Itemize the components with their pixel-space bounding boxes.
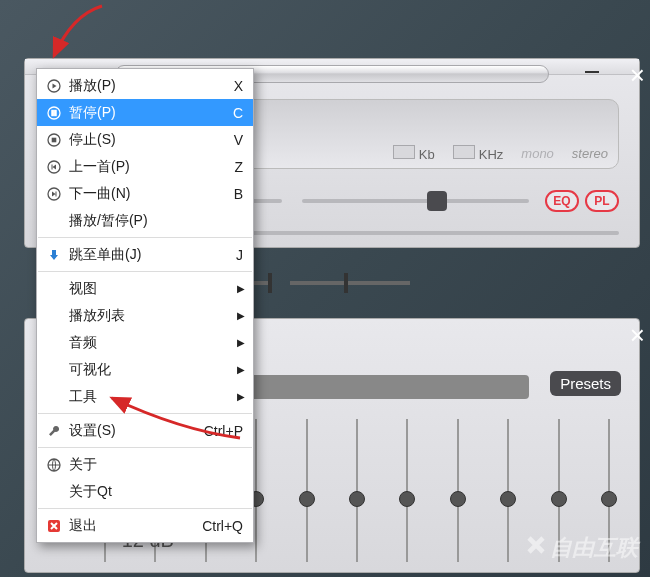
menu-item-label: 播放/暂停(P) bbox=[65, 212, 243, 230]
menu-item-label: 停止(S) bbox=[65, 131, 224, 149]
menu-separator bbox=[38, 271, 252, 272]
submenu-arrow-icon: ▶ bbox=[237, 310, 245, 321]
svg-rect-5 bbox=[52, 137, 57, 142]
menu-item-1[interactable]: 暂停(P)C bbox=[37, 99, 253, 126]
menu-item-0[interactable]: 播放(P)X bbox=[37, 72, 253, 99]
eq-close-button[interactable]: × bbox=[630, 320, 645, 351]
eq-band-7[interactable] bbox=[448, 419, 468, 562]
mono-indicator: mono bbox=[521, 146, 554, 161]
menu-item-label: 可视化 bbox=[65, 361, 243, 379]
menu-item-5[interactable]: 播放/暂停(P) bbox=[37, 207, 253, 234]
svg-rect-3 bbox=[55, 110, 57, 115]
menu-item-label: 设置(S) bbox=[65, 422, 194, 440]
menu-item-10[interactable]: 播放列表▶ bbox=[37, 302, 253, 329]
pause-icon bbox=[43, 106, 65, 120]
menu-separator bbox=[38, 508, 252, 509]
menu-item-label: 退出 bbox=[65, 517, 192, 535]
minimize-button[interactable] bbox=[585, 71, 599, 73]
menu-item-label: 播放(P) bbox=[65, 77, 224, 95]
menu-item-label: 关于Qt bbox=[65, 483, 243, 501]
submenu-arrow-icon: ▶ bbox=[237, 283, 245, 294]
menu-item-20[interactable]: 退出Ctrl+Q bbox=[37, 512, 253, 539]
menu-separator bbox=[38, 447, 252, 448]
submenu-arrow-icon: ▶ bbox=[237, 337, 245, 348]
menu-item-label: 播放列表 bbox=[65, 307, 243, 325]
eq-band-5[interactable] bbox=[347, 419, 367, 562]
menu-item-label: 视图 bbox=[65, 280, 243, 298]
watermark: 自由互联 bbox=[522, 531, 638, 563]
menu-separator bbox=[38, 237, 252, 238]
menu-item-15[interactable]: 设置(S)Ctrl+P bbox=[37, 417, 253, 444]
khz-meter: KHz bbox=[453, 145, 504, 162]
menu-item-17[interactable]: 关于 bbox=[37, 451, 253, 478]
eq-band-6[interactable] bbox=[397, 419, 417, 562]
menu-item-9[interactable]: 视图▶ bbox=[37, 275, 253, 302]
menu-item-12[interactable]: 可视化▶ bbox=[37, 356, 253, 383]
submenu-arrow-icon: ▶ bbox=[237, 391, 245, 402]
stop-icon bbox=[43, 133, 65, 147]
menu-item-shortcut: J bbox=[226, 247, 243, 263]
menu-item-shortcut: B bbox=[224, 186, 243, 202]
menu-item-shortcut: X bbox=[224, 78, 243, 94]
menu-item-shortcut: Ctrl+Q bbox=[192, 518, 243, 534]
menu-item-label: 跳至单曲(J) bbox=[65, 246, 226, 264]
menu-item-label: 上一首(P) bbox=[65, 158, 224, 176]
menu-item-13[interactable]: 工具▶ bbox=[37, 383, 253, 410]
close-button[interactable]: × bbox=[630, 60, 645, 91]
wrench-icon bbox=[43, 424, 65, 438]
meters: Kb KHz mono stereo bbox=[393, 145, 608, 162]
stereo-indicator: stereo bbox=[572, 146, 608, 161]
kb-meter: Kb bbox=[393, 145, 435, 162]
jump-icon bbox=[43, 248, 65, 262]
volume-slider[interactable] bbox=[302, 199, 529, 203]
menu-item-11[interactable]: 音频▶ bbox=[37, 329, 253, 356]
menu-item-label: 音频 bbox=[65, 334, 243, 352]
menu-item-shortcut: Z bbox=[224, 159, 243, 175]
menu-item-shortcut: Ctrl+P bbox=[194, 423, 243, 439]
menu-separator bbox=[38, 413, 252, 414]
menu-item-18[interactable]: 关于Qt bbox=[37, 478, 253, 505]
eq-toggle-button[interactable]: EQ bbox=[545, 190, 579, 212]
next-icon bbox=[43, 187, 65, 201]
menu-item-7[interactable]: 跳至单曲(J)J bbox=[37, 241, 253, 268]
svg-point-1 bbox=[48, 107, 60, 119]
exit-icon bbox=[43, 519, 65, 533]
menu-item-label: 下一曲(N) bbox=[65, 185, 224, 203]
menu-item-label: 工具 bbox=[65, 388, 243, 406]
context-menu: 播放(P)X暂停(P)C停止(S)V上一首(P)Z下一曲(N)B播放/暂停(P)… bbox=[36, 68, 254, 543]
menu-item-shortcut: C bbox=[223, 105, 243, 121]
prev-icon bbox=[43, 160, 65, 174]
menu-item-2[interactable]: 停止(S)V bbox=[37, 126, 253, 153]
presets-button[interactable]: Presets bbox=[550, 371, 621, 396]
vol-track-2[interactable] bbox=[290, 281, 410, 285]
menu-item-label: 关于 bbox=[65, 456, 243, 474]
eq-band-4[interactable] bbox=[297, 419, 317, 562]
menu-item-label: 暂停(P) bbox=[65, 104, 223, 122]
pl-toggle-button[interactable]: PL bbox=[585, 190, 619, 212]
svg-rect-2 bbox=[52, 110, 54, 115]
menu-item-4[interactable]: 下一曲(N)B bbox=[37, 180, 253, 207]
menu-item-shortcut: V bbox=[224, 132, 243, 148]
submenu-arrow-icon: ▶ bbox=[237, 364, 245, 375]
menu-item-3[interactable]: 上一首(P)Z bbox=[37, 153, 253, 180]
play-icon bbox=[43, 79, 65, 93]
globe-icon bbox=[43, 458, 65, 472]
eq-band-8[interactable] bbox=[498, 419, 518, 562]
